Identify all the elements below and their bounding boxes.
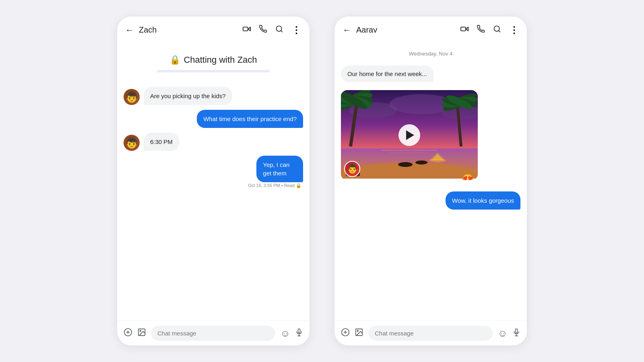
video-bubble[interactable]: 0:31 😍	[341, 90, 478, 180]
emoji-icon-aarav[interactable]: ☺	[497, 328, 508, 339]
chatting-with-label: Chatting with Zach	[184, 55, 257, 65]
header-icons-zach: ⋮	[242, 25, 301, 35]
phone-call-icon[interactable]	[259, 25, 267, 35]
svg-rect-37	[389, 152, 429, 153]
phone-header-aarav: ← Aarav	[334, 16, 527, 42]
video-call-icon-aarav[interactable]	[460, 25, 469, 35]
text-above-video: Our home for the next week...	[341, 66, 433, 82]
bubble-received-1: Are you picking up the kids?	[144, 87, 232, 105]
search-icon-aarav[interactable]	[493, 25, 501, 35]
bubble-received-2: 6:30 PM	[144, 133, 179, 151]
video-call-icon[interactable]	[242, 25, 251, 35]
svg-point-42	[357, 330, 358, 331]
svg-line-2	[281, 31, 283, 32]
svg-point-31	[398, 162, 413, 167]
input-bar-aarav: ☺	[334, 321, 527, 346]
security-text: 🔒 Chatting with Zach	[169, 55, 257, 65]
svg-rect-36	[381, 150, 438, 151]
contact-name-aarav: Aarav	[356, 25, 455, 35]
phones-container: ← Zach	[117, 16, 527, 346]
header-icons-aarav: ⋮	[460, 25, 519, 35]
mic-icon-aarav[interactable]	[512, 328, 520, 339]
photo-icon-aarav[interactable]	[355, 328, 363, 339]
svg-rect-8	[298, 329, 300, 333]
lock-icon: 🔒	[169, 55, 180, 65]
bubble-sent-aarav: Wow, it looks gorgeous	[446, 191, 520, 210]
play-triangle-icon	[406, 130, 414, 140]
svg-point-32	[415, 160, 427, 165]
security-bar	[157, 70, 270, 72]
message-row-4: Yep, I can get them	[238, 156, 303, 182]
more-options-icon[interactable]: ⋮	[291, 28, 301, 33]
chat-area-aarav: Wednesday, Nov 4 Our home for the next w…	[334, 42, 527, 321]
message-meta: Oct 16, 3:55 PM • Read 🔒	[248, 183, 303, 188]
svg-rect-43	[516, 329, 518, 333]
avatar-aarav: 👨	[344, 161, 360, 177]
add-icon[interactable]	[124, 328, 132, 339]
svg-point-35	[429, 158, 446, 162]
svg-line-13	[499, 31, 500, 32]
received-area-1: Our home for the next week...	[341, 66, 520, 85]
play-button[interactable]	[398, 124, 420, 146]
back-button-aarav[interactable]: ←	[343, 25, 351, 35]
search-icon[interactable]	[275, 25, 283, 35]
chat-input-zach[interactable]	[151, 326, 275, 341]
svg-point-7	[140, 330, 141, 331]
svg-rect-11	[461, 27, 466, 31]
back-button-zach[interactable]: ←	[125, 25, 134, 35]
emoji-icon[interactable]: ☺	[280, 328, 290, 339]
bubble-sent-2: Yep, I can get them	[256, 156, 303, 182]
chat-input-aarav[interactable]	[368, 326, 493, 341]
phone-zach: ← Zach	[117, 16, 310, 346]
avatar-zach-2: 👦	[124, 135, 140, 151]
more-options-icon-aarav[interactable]: ⋮	[509, 28, 519, 33]
chat-area-zach: 🔒 Chatting with Zach 👦 Are you picking u…	[117, 42, 310, 321]
mic-icon[interactable]	[295, 328, 303, 339]
bubble-sent-1: What time does their practice end?	[197, 110, 303, 128]
message-row-2: What time does their practice end?	[124, 110, 303, 128]
contact-name-zach: Zach	[139, 25, 237, 35]
message-row-1: 👦 Are you picking up the kids?	[124, 87, 303, 105]
phone-aarav: ← Aarav	[334, 16, 527, 346]
avatar-zach-1: 👦	[124, 89, 140, 105]
message-row-aarav-sent: Wow, it looks gorgeous	[341, 191, 520, 210]
phone-header-zach: ← Zach	[117, 16, 310, 42]
sent-area-4: Yep, I can get them Oct 16, 3:55 PM • Re…	[124, 156, 303, 188]
phone-call-icon-aarav[interactable]	[477, 25, 485, 35]
security-badge: 🔒 Chatting with Zach	[124, 55, 303, 72]
input-bar-zach: ☺	[117, 321, 310, 346]
date-label: Wednesday, Nov 4	[341, 51, 520, 57]
svg-rect-0	[243, 27, 248, 31]
reaction-emoji: 😍	[462, 174, 474, 180]
add-icon-aarav[interactable]	[341, 328, 350, 339]
photo-icon[interactable]	[137, 328, 146, 339]
message-row-3: 👦 6:30 PM	[124, 133, 303, 151]
video-message-wrapper: 0:31 😍 👨	[341, 90, 520, 180]
